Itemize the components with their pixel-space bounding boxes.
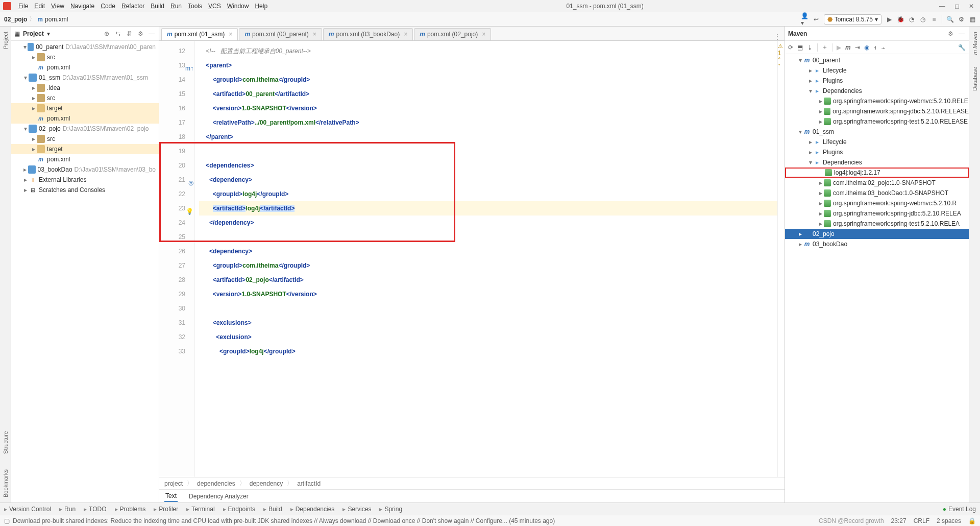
menu-code[interactable]: Code [97,2,118,11]
bottom-problems[interactable]: ▸ Problems [115,506,146,513]
maven-strip-tab[interactable]: m Maven [972,30,978,57]
tree-node[interactable]: ▸03_bookDaoD:\Java01\SSM\maven\03_bo [11,164,159,175]
lock-icon[interactable]: 🔒 [968,517,976,524]
maven-node[interactable]: ▸org.springframework:spring-test:5.2.10.… [785,116,969,127]
bottom-profiler[interactable]: ▸ Profiler [154,506,178,513]
maven-node[interactable]: ▾m00_parent [785,55,969,65]
database-strip-tab[interactable]: Database [972,65,978,93]
project-tree[interactable]: ▾00_parentD:\Java01\SSM\maven\00_paren▸s… [11,41,159,503]
maven-node[interactable]: ▸▸Plugins [785,147,969,157]
editor-tab[interactable]: mpom.xml (01_ssm)× [161,28,238,40]
editor-tab[interactable]: mpom.xml (02_pojo)× [414,28,491,40]
settings-icon[interactable]: ⚙ [958,16,965,23]
editor-tab[interactable]: mpom.xml (03_bookDao)× [323,28,413,40]
maven-node[interactable]: ▸org.springframework:spring-jdbc:5.2.10.… [785,208,969,219]
maven-node[interactable]: log4j:log4j:1.2.17 [785,168,969,178]
breadcrumb-item[interactable]: artifactId [297,480,321,487]
coverage-icon[interactable]: ◔ [908,16,915,23]
tree-node[interactable]: ▾00_parentD:\Java01\SSM\maven\00_paren [11,42,159,52]
hide-icon[interactable]: — [148,30,156,37]
close-tab-icon[interactable]: × [313,31,316,38]
tree-node[interactable]: ▸.idea [11,83,159,93]
maven-node[interactable]: ▸▸Lifecycle [785,65,969,76]
run-config-dropdown[interactable]: ⬣ Tomcat 8.5.75 ▾ [824,14,881,25]
maximize-icon[interactable]: ◻ [954,3,960,10]
exec-icon[interactable]: m [845,44,851,51]
menu-refactor[interactable]: Refactor [118,2,148,11]
status-indent[interactable]: 2 spaces [937,517,961,524]
maven-node[interactable]: ▾m01_ssm [785,127,969,137]
tree-node[interactable]: ▸⊞Scratches and Consoles [11,185,159,195]
run-icon[interactable]: ▶ [886,16,893,23]
maven-node[interactable]: ▸▸Lifecycle [785,137,969,147]
back-arrow-icon[interactable]: ↩ [813,16,820,23]
maven-tree[interactable]: ▾m00_parent▸▸Lifecycle▸▸Plugins▾▸Depende… [785,54,969,503]
tree-node[interactable]: mpom.xml [11,62,159,73]
tabs-more-icon[interactable]: ⋮ [770,33,785,40]
close-tab-icon[interactable]: × [404,31,407,38]
expand-all-icon[interactable]: ⫠ [880,44,887,51]
profile-icon[interactable]: ◷ [919,16,926,23]
tree-node[interactable]: ▸src [11,134,159,144]
hide-icon[interactable]: — [958,30,966,37]
bottom-services[interactable]: ▸ Services [342,506,371,513]
tree-node[interactable]: ▸target [11,103,159,113]
tree-node[interactable]: ▾02_pojoD:\Java01\SSM\maven\02_pojo [11,124,159,134]
collapse-icon[interactable]: ⇵ [125,30,133,37]
maven-node[interactable]: ▸com.itheima:03_bookDao:1.0-SNAPSHOT [785,188,969,198]
stop-icon[interactable]: ■ [930,16,938,23]
menu-window[interactable]: Window [224,2,252,11]
offline-icon[interactable]: ◉ [864,44,869,51]
bottom-run[interactable]: ▸ Run [59,506,76,513]
menu-navigate[interactable]: Navigate [67,2,97,11]
user-icon[interactable]: 👤▾ [801,16,808,23]
reload-icon[interactable]: ⟳ [788,44,793,51]
panel-icon[interactable]: ▦ [969,16,976,23]
breadcrumb-item[interactable]: dependency [250,480,283,487]
close-tab-icon[interactable]: × [229,31,232,38]
menu-edit[interactable]: Edit [31,2,48,11]
bottom-terminal[interactable]: ▸ Terminal [186,506,214,513]
tree-node[interactable]: ▸⫴External Libraries [11,175,159,185]
event-log[interactable]: ● Event Log [943,506,976,513]
run-maven-icon[interactable]: ▶ [837,44,841,51]
add-icon[interactable]: ＋ [822,43,828,52]
maven-node[interactable]: ▸com.itheima:02_pojo:1.0-SNAPSHOT [785,178,969,188]
generate-icon[interactable]: ⬒ [797,44,803,51]
tree-node[interactable]: ▸src [11,93,159,103]
maven-node[interactable]: ▸m02_pojo [785,229,969,239]
breadcrumb[interactable]: 02_pojo 〉 m pom.xml [4,15,68,23]
bottom-todo[interactable]: ▸ TODO [84,506,106,513]
error-stripe[interactable]: ⚠ 1 ˄ ˅ [777,41,785,477]
menu-run[interactable]: Run [167,2,185,11]
maven-node[interactable]: ▸m03_bookDao [785,239,969,249]
tree-node[interactable]: ▸target [11,144,159,154]
status-icon[interactable]: ▢ [4,517,10,524]
close-icon[interactable]: ✕ [969,3,974,10]
tree-node[interactable]: mpom.xml [11,113,159,124]
bookmarks-strip-tab[interactable]: Bookmarks [3,467,9,499]
maven-node[interactable]: ▸org.springframework:spring-webmvc:5.2.1… [785,96,969,106]
expand-icon[interactable]: ⇆ [114,30,122,37]
structure-strip-tab[interactable]: Structure [3,429,9,456]
bottom-endpoints[interactable]: ▸ Endpoints [223,506,255,513]
chevron-down-icon[interactable]: ▾ [47,30,50,37]
locate-icon[interactable]: ⊕ [103,30,111,37]
maven-node[interactable]: ▸▸Plugins [785,76,969,86]
maven-node[interactable]: ▸org.springframework:spring-jdbc:5.2.10.… [785,106,969,116]
breadcrumb-item[interactable]: project [164,480,183,487]
toggle-icon[interactable]: ⇥ [855,44,860,51]
editor-tab[interactable]: mpom.xml (00_parent)× [239,28,322,40]
bottom-version-control[interactable]: ▸ Version Control [4,506,51,513]
tab-text[interactable]: Text [164,491,178,502]
project-strip-tab[interactable]: Project [3,30,9,51]
editor-breadcrumbs[interactable]: project〉dependencies〉dependency〉artifact… [159,477,785,489]
wrench-icon[interactable]: 🔧 [958,44,966,51]
maven-node[interactable]: ▾▸Dependencies [785,86,969,96]
debug-icon[interactable]: 🐞 [897,16,904,23]
tab-dependency-analyzer[interactable]: Dependency Analyzer [188,491,250,501]
menu-build[interactable]: Build [148,2,167,11]
tree-node[interactable]: ▾01_ssmD:\Java01\SSM\maven\01_ssm [11,73,159,83]
menu-tools[interactable]: Tools [185,2,205,11]
collapse-all-icon[interactable]: ⫞ [873,44,876,51]
